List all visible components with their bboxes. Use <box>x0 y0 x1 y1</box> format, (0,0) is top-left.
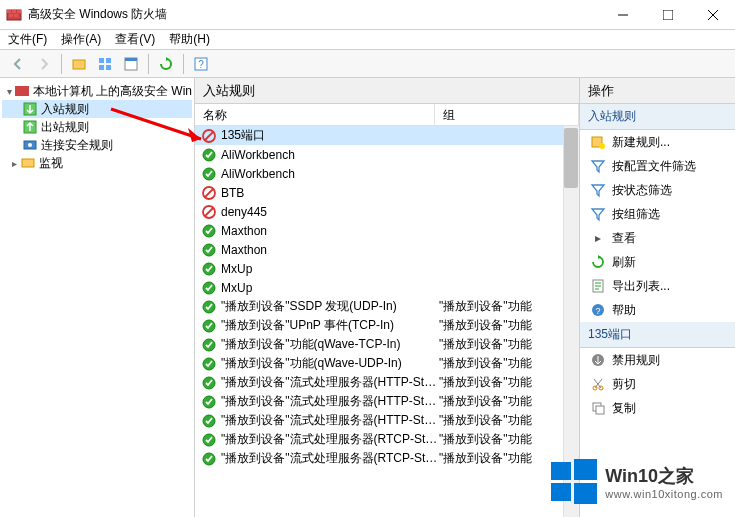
collapse-icon[interactable]: ▾ <box>6 86 14 97</box>
rule-row[interactable]: BTB <box>195 183 579 202</box>
action-复制[interactable]: 复制 <box>580 396 735 420</box>
rule-name: "播放到设备"流式处理服务器(HTTP-Stre... <box>221 393 439 410</box>
back-button[interactable] <box>6 52 30 76</box>
action-刷新[interactable]: 刷新 <box>580 250 735 274</box>
action-禁用规则[interactable]: 禁用规则 <box>580 348 735 372</box>
toolbar-refresh-button[interactable] <box>154 52 178 76</box>
rule-row[interactable]: "播放到设备"流式处理服务器(RTCP-Stre..."播放到设备"功能 <box>195 449 579 468</box>
action-导出列表[interactable]: 导出列表... <box>580 274 735 298</box>
rule-row[interactable]: Maxthon <box>195 221 579 240</box>
rule-row[interactable]: deny445 <box>195 202 579 221</box>
col-name[interactable]: 名称 <box>195 104 435 125</box>
toolbar-separator <box>183 54 184 74</box>
close-button[interactable] <box>690 0 735 30</box>
svg-rect-61 <box>574 483 597 504</box>
copy-icon <box>590 400 606 416</box>
allow-icon <box>201 166 217 182</box>
allow-icon <box>201 299 217 315</box>
action-查看[interactable]: ▸查看 <box>580 226 735 250</box>
rule-row[interactable]: "播放到设备"流式处理服务器(HTTP-Stre..."播放到设备"功能 <box>195 411 579 430</box>
rule-name: "播放到设备"流式处理服务器(RTCP-Stre... <box>221 450 439 467</box>
tree-monitor[interactable]: ▸ 监视 <box>2 154 192 172</box>
action-label: 禁用规则 <box>612 352 660 369</box>
rule-name: MxUp <box>221 281 439 295</box>
view-icon: ▸ <box>590 230 606 246</box>
rule-name: "播放到设备"功能(qWave-TCP-In) <box>221 336 439 353</box>
menu-file[interactable]: 文件(F) <box>8 31 47 48</box>
tree-root[interactable]: ▾ 本地计算机 上的高级安全 Win <box>2 82 192 100</box>
disable-icon <box>590 352 606 368</box>
toolbar-help-button[interactable]: ? <box>189 52 213 76</box>
rule-name: "播放到设备"流式处理服务器(HTTP-Stre... <box>221 412 439 429</box>
expand-icon[interactable]: ▸ <box>8 158 20 169</box>
action-按组筛选[interactable]: 按组筛选 <box>580 202 735 226</box>
allow-icon <box>201 413 217 429</box>
toolbar-app-button[interactable] <box>119 52 143 76</box>
rule-group: "播放到设备"功能 <box>439 317 579 334</box>
tree-connsec[interactable]: 连接安全规则 <box>2 136 192 154</box>
rule-name: "播放到设备"流式处理服务器(HTTP-Stre... <box>221 374 439 391</box>
rule-name: AliWorkbench <box>221 148 439 162</box>
rule-row[interactable]: "播放到设备"功能(qWave-UDP-In)"播放到设备"功能 <box>195 354 579 373</box>
scroll-thumb[interactable] <box>564 128 578 188</box>
rule-name: Maxthon <box>221 224 439 238</box>
toolbar-list-button[interactable] <box>93 52 117 76</box>
rule-group: "播放到设备"功能 <box>439 374 579 391</box>
svg-point-47 <box>599 143 605 149</box>
action-按状态筛选[interactable]: 按状态筛选 <box>580 178 735 202</box>
svg-rect-24 <box>22 159 34 167</box>
rule-row[interactable]: "播放到设备"功能(qWave-TCP-In)"播放到设备"功能 <box>195 335 579 354</box>
maximize-button[interactable] <box>645 0 690 30</box>
rule-row[interactable]: "播放到设备"流式处理服务器(HTTP-Stre..."播放到设备"功能 <box>195 373 579 392</box>
tree-outbound[interactable]: 出站规则 <box>2 118 192 136</box>
allow-icon <box>201 432 217 448</box>
action-按配置文件筛选[interactable]: 按配置文件筛选 <box>580 154 735 178</box>
rule-row[interactable]: "播放到设备"SSDP 发现(UDP-In)"播放到设备"功能 <box>195 297 579 316</box>
rule-name: "播放到设备"SSDP 发现(UDP-In) <box>221 298 439 315</box>
rule-name: Maxthon <box>221 243 439 257</box>
menu-help[interactable]: 帮助(H) <box>169 31 210 48</box>
svg-line-30 <box>205 189 213 197</box>
watermark-brand: Win10之家 <box>605 464 723 488</box>
forward-button[interactable] <box>32 52 56 76</box>
action-剪切[interactable]: 剪切 <box>580 372 735 396</box>
rule-row[interactable]: 135端口 <box>195 126 579 145</box>
action-新建规则[interactable]: 新建规则... <box>580 130 735 154</box>
tree-connsec-label: 连接安全规则 <box>41 137 113 154</box>
rule-row[interactable]: MxUp <box>195 259 579 278</box>
tree-inbound[interactable]: 入站规则 <box>2 100 192 118</box>
rule-row[interactable]: "播放到设备"UPnP 事件(TCP-In)"播放到设备"功能 <box>195 316 579 335</box>
actions-header: 操作 <box>580 78 735 104</box>
menu-action[interactable]: 操作(A) <box>61 31 101 48</box>
action-帮助[interactable]: ?帮助 <box>580 298 735 322</box>
svg-rect-10 <box>73 60 85 69</box>
svg-rect-16 <box>125 58 137 61</box>
rule-row[interactable]: AliWorkbench <box>195 164 579 183</box>
inbound-icon <box>22 101 38 117</box>
svg-rect-2 <box>12 10 16 13</box>
rule-row[interactable]: "播放到设备"流式处理服务器(RTCP-Stre..."播放到设备"功能 <box>195 430 579 449</box>
rule-row[interactable]: "播放到设备"流式处理服务器(HTTP-Stre..."播放到设备"功能 <box>195 392 579 411</box>
menubar: 文件(F) 操作(A) 查看(V) 帮助(H) <box>0 30 735 50</box>
rule-group: "播放到设备"功能 <box>439 355 579 372</box>
action-label: 查看 <box>612 230 636 247</box>
rule-row[interactable]: Maxthon <box>195 240 579 259</box>
svg-line-32 <box>205 208 213 216</box>
allow-icon <box>201 375 217 391</box>
rule-name: BTB <box>221 186 439 200</box>
minimize-button[interactable] <box>600 0 645 30</box>
action-label: 刷新 <box>612 254 636 271</box>
toolbar-folder-button[interactable] <box>67 52 91 76</box>
help-icon: ? <box>590 302 606 318</box>
rule-row[interactable]: AliWorkbench <box>195 145 579 164</box>
firewall-icon <box>14 83 30 99</box>
block-icon <box>201 185 217 201</box>
actions-group-inbound: 入站规则 <box>580 104 735 130</box>
col-group[interactable]: 组 <box>435 104 579 125</box>
rule-row[interactable]: MxUp <box>195 278 579 297</box>
svg-rect-14 <box>106 65 111 70</box>
action-label: 复制 <box>612 400 636 417</box>
rule-name: deny445 <box>221 205 439 219</box>
filter-icon <box>590 182 606 198</box>
menu-view[interactable]: 查看(V) <box>115 31 155 48</box>
